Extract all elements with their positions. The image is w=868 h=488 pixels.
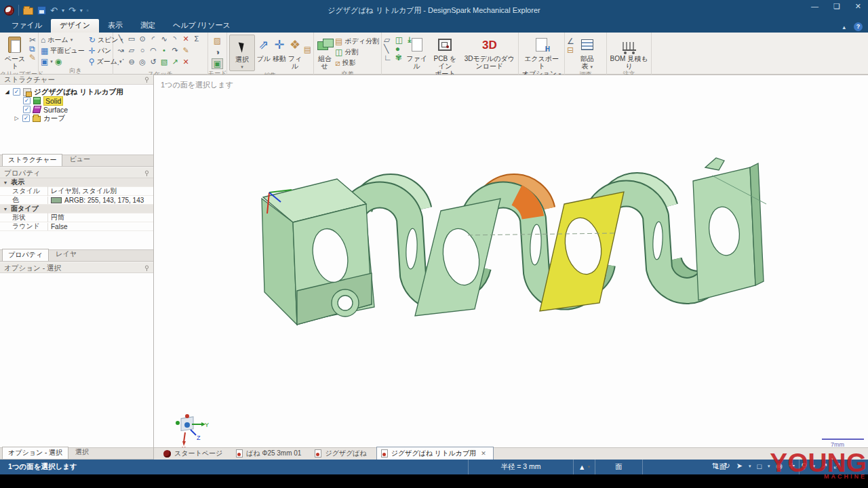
model-zigzag-spring[interactable]: [154, 75, 868, 448]
sketch-tool-icon[interactable]: •: [159, 47, 170, 58]
sketch-tool-icon[interactable]: ⊖: [126, 58, 137, 70]
home-view-button[interactable]: ⌂ホーム▾: [41, 35, 85, 45]
redo-dropdown-icon[interactable]: ▾: [80, 7, 83, 14]
tab-file[interactable]: ファイル: [3, 19, 51, 33]
sketch-tool-icon[interactable]: ◜: [148, 35, 159, 47]
sketch-tool-icon[interactable]: ▭: [126, 35, 137, 47]
tree-row-solid[interactable]: ✓ Solid: [0, 96, 153, 105]
pin-icon[interactable]: [144, 170, 150, 176]
help-icon[interactable]: ?: [854, 22, 863, 31]
property-row-round[interactable]: ラウンド False: [0, 222, 153, 231]
fit-view-icon[interactable]: ⤢: [833, 462, 840, 470]
sketch-tool-icon[interactable]: ∿: [159, 35, 170, 47]
copy-icon[interactable]: ⧉: [29, 45, 36, 53]
sketch-tool-icon[interactable]: ⊙: [137, 35, 148, 47]
sketch-tool-icon[interactable]: ↝: [115, 47, 126, 58]
sketch-tool-icon[interactable]: Σ: [191, 35, 202, 47]
doc-tab-start-page[interactable]: スタートページ: [159, 447, 229, 460]
model-end-box[interactable]: [262, 179, 372, 325]
zoom-tool-icon[interactable]: ⚲: [801, 462, 806, 470]
expand-icon[interactable]: ◢: [4, 89, 10, 95]
doc-tab-zigzag[interactable]: ジグザグばね: [311, 447, 373, 460]
bom-table-button[interactable]: 部品表 ▾: [576, 35, 599, 70]
pin-icon[interactable]: [144, 265, 150, 271]
collapse-ribbon-icon[interactable]: ▴: [842, 24, 846, 30]
doc-tab-zigzag-littlecub[interactable]: ジグザグばね リトルカブ用 ✕: [376, 447, 494, 460]
sketch-tool-icon[interactable]: ○: [137, 47, 148, 58]
insert-plane-icon[interactable]: ▱: [384, 36, 392, 44]
sketch-tool-icon[interactable]: ✎: [180, 47, 191, 58]
tab-design[interactable]: デザイン: [51, 19, 99, 33]
sketch-tool-icon[interactable]: ✕: [180, 58, 191, 70]
sketch-tool-icon[interactable]: ◎: [137, 58, 148, 70]
cut-icon[interactable]: ✂: [29, 36, 36, 44]
restore-button[interactable]: ❏: [829, 1, 844, 12]
checkbox-checked[interactable]: ✓: [23, 106, 31, 113]
insert-origin-icon[interactable]: ∟: [384, 54, 392, 62]
solid-mode-button[interactable]: ▣: [212, 58, 223, 69]
sketch-mode-button[interactable]: ▨: [212, 35, 223, 46]
project-button[interactable]: ⧄投影: [335, 58, 379, 68]
open-file-icon[interactable]: [23, 7, 33, 15]
box-select-icon[interactable]: □: [757, 462, 762, 470]
select-tool-button[interactable]: 選択 ▾: [229, 35, 255, 71]
sketch-tool-icon[interactable]: ↷: [170, 47, 180, 58]
split-body-button[interactable]: ▤ボディ分割: [335, 36, 379, 46]
pcb-import-button[interactable]: PCB をインポート: [431, 35, 459, 77]
model-face-slope-2[interactable]: [415, 199, 500, 316]
sketch-tool-icon[interactable]: ↗: [170, 58, 180, 70]
axis-triad-widget[interactable]: Y X Z: [169, 411, 210, 451]
tree-row-root[interactable]: ◢ ✓ ジグザグばね リトルカブ用: [0, 87, 153, 96]
undo-dropdown-icon[interactable]: ▾: [62, 7, 64, 14]
sketch-tool-icon[interactable]: ↺: [148, 58, 159, 70]
tab-structure[interactable]: ストラクチャー: [2, 154, 62, 166]
tab-measure[interactable]: 測定: [132, 19, 164, 33]
tab-options-selection[interactable]: オプション - 選択: [2, 447, 68, 459]
qat-customize-icon[interactable]: ▫: [87, 7, 89, 14]
tab-selection[interactable]: 選択: [69, 446, 95, 459]
sketch-tool-icon[interactable]: ▧: [159, 58, 170, 70]
minimize-button[interactable]: —: [807, 1, 823, 12]
export-options-button[interactable]: エクスポートオプション ▾: [521, 35, 562, 78]
spin-tool-icon[interactable]: ↻: [724, 462, 730, 470]
checkbox-checked[interactable]: ✓: [22, 115, 30, 122]
status-selection-type[interactable]: 面: [595, 460, 642, 474]
pin-icon[interactable]: [144, 77, 150, 83]
select-tool-icon[interactable]: ➤: [736, 462, 743, 470]
checkbox-checked[interactable]: ✓: [23, 97, 31, 104]
sketch-tool-icon[interactable]: [191, 47, 202, 58]
download-3d-button[interactable]: 3D 3Dモデルのダウンロード: [463, 35, 516, 70]
split-button[interactable]: ◫分割: [335, 47, 379, 57]
sketch-tool-icon[interactable]: ◠: [148, 47, 159, 58]
tab-layers[interactable]: レイヤ: [50, 248, 83, 261]
tab-properties[interactable]: プロパティ: [2, 249, 49, 261]
blend-icon[interactable]: ▤: [304, 45, 311, 54]
format-painter-icon[interactable]: ✎: [29, 54, 36, 62]
undo-icon[interactable]: ↶: [50, 6, 58, 15]
model-face-end-plate[interactable]: [693, 158, 766, 300]
move-tool-button[interactable]: ✛ 移動: [272, 35, 286, 62]
caliper-icon[interactable]: ⊟: [567, 46, 574, 54]
sphere-tool-icon[interactable]: ◉: [776, 462, 783, 470]
checkbox-checked[interactable]: ✓: [13, 88, 20, 96]
status-mode-toggle[interactable]: ▲ ▾: [573, 460, 595, 474]
viewport-3d[interactable]: 1つの面を選択します: [154, 75, 868, 447]
protractor-icon[interactable]: ∠: [567, 37, 574, 45]
paste-button[interactable]: ペースト: [2, 35, 28, 70]
insert-cylinder-icon[interactable]: ◫: [395, 36, 403, 44]
tree-row-curves[interactable]: ▷ ✓ カーブ: [0, 114, 153, 123]
fill-tool-button[interactable]: ❖ フィル: [288, 35, 302, 70]
tab-view[interactable]: 表示: [99, 19, 132, 33]
zoom-extents-icon[interactable]: ↗: [821, 462, 827, 470]
insert-file-button[interactable]: ファイル: [406, 35, 427, 70]
model-face-selected-yellow[interactable]: [540, 192, 624, 311]
sketch-tool-icon[interactable]: ╲: [115, 35, 126, 47]
move-tool-icon[interactable]: ✛: [789, 462, 795, 470]
tree-row-surface[interactable]: ✓ Surface: [0, 105, 153, 114]
tab-views[interactable]: ビュー: [63, 153, 96, 166]
close-button[interactable]: ✕: [851, 1, 865, 12]
section-mode-button[interactable]: ◑: [212, 47, 223, 58]
pull-tool-button[interactable]: ⇗ プル: [256, 35, 271, 62]
sketch-tool-icon[interactable]: ✕: [180, 35, 191, 47]
save-icon[interactable]: [37, 6, 46, 15]
